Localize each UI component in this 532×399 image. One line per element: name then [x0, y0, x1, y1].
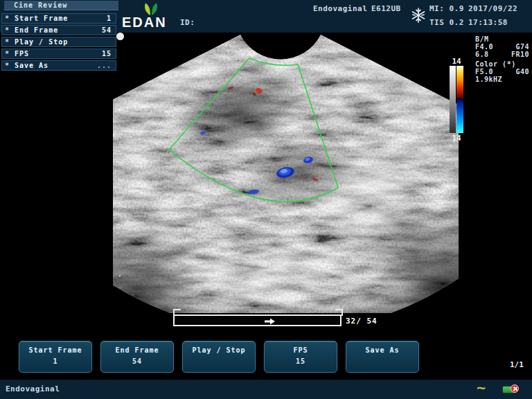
button-value: 15 — [265, 357, 337, 365]
menu-bullet: * — [2, 62, 15, 69]
button-value: 1 — [19, 357, 91, 365]
menu-item-value: 15 — [102, 50, 116, 57]
focus-position-marker: -> — [114, 104, 123, 111]
start-frame-button[interactable]: Start Frame 1 — [19, 341, 92, 373]
exam-preset-label: Endovaginal — [313, 4, 367, 13]
time-label: 17:13:58 — [468, 18, 508, 27]
freeze-snowflake-icon — [410, 6, 427, 24]
cine-review-menu: Cine Review * Start Frame 1 * End Frame … — [0, 0, 119, 72]
fps-button[interactable]: FPS 15 — [264, 341, 337, 373]
param-depth: 6.8 — [475, 51, 489, 58]
probe-model-label: E612UB — [371, 4, 401, 13]
menu-item-label: Save As — [15, 62, 97, 69]
button-label: FPS — [265, 346, 337, 354]
button-label: Save As — [346, 346, 418, 354]
edan-logo-text: EDAN — [122, 15, 167, 30]
param-mode-label: B/M — [475, 35, 489, 43]
menu-item-label: Play / Stop — [15, 38, 112, 46]
param-color-mode-label: Color (*) — [475, 60, 516, 68]
imaging-parameters: B/M F4.0G74 6.8FR10 Color (*) F5.0G40 1.… — [475, 35, 529, 83]
menu-item-play-stop[interactable]: * Play / Stop — [1, 37, 116, 47]
menu-bullet: * — [2, 50, 15, 57]
button-label: Start Frame — [19, 346, 91, 354]
battery-missing-badge-icon — [511, 384, 519, 393]
edan-leaf-logo-icon — [141, 1, 161, 17]
cine-progress-slider[interactable] — [173, 314, 342, 326]
frame-counter: 32/ 54 — [346, 317, 378, 326]
scan-fan — [100, 21, 485, 339]
menu-item-label: Start Frame — [15, 15, 107, 22]
menu-bullet: * — [2, 15, 15, 22]
menu-item-fps[interactable]: * FPS 15 — [1, 48, 116, 59]
param-color-gain: G40 — [515, 68, 529, 76]
param-color-frequency: F5.0 — [475, 68, 493, 76]
menu-bullet: * — [2, 38, 15, 46]
menu-item-value: 54 — [102, 26, 116, 34]
battery-status-icon — [502, 384, 521, 394]
param-frame-rate: FR10 — [511, 51, 529, 58]
depth-scale-label: - 5 — [116, 220, 131, 228]
colorbar-top-label: 14 — [447, 57, 466, 66]
mi-value: MI: 0.9 — [429, 4, 464, 13]
menu-item-end-frame[interactable]: * End Frame 54 — [1, 25, 116, 35]
page-indicator: 1/1 — [510, 360, 524, 369]
button-label: Play / Stop — [183, 346, 255, 354]
grayscale-bar — [450, 66, 456, 133]
colorbar-bottom-label: 14 — [447, 134, 466, 143]
menu-item-value: ... — [97, 62, 116, 69]
menu-item-label: FPS — [15, 50, 102, 57]
menu-bullet: * — [2, 26, 15, 34]
doppler-colorbar — [456, 66, 463, 133]
menu-item-start-frame[interactable]: * Start Frame 1 — [1, 13, 116, 24]
status-bar: Endovaginal ~ — [0, 380, 532, 399]
tis-value: TIS 0.2 — [429, 18, 464, 27]
save-as-button[interactable]: Save As — [346, 341, 419, 373]
param-b-frequency: F4.0 — [475, 43, 493, 51]
depth-tick — [119, 142, 121, 143]
param-b-gain: G74 — [515, 43, 529, 51]
menu-item-save-as[interactable]: * Save As ... — [1, 60, 116, 71]
button-label: End Frame — [101, 346, 173, 354]
patient-id-label: ID: — [180, 18, 195, 27]
end-frame-button[interactable]: End Frame 54 — [100, 341, 174, 373]
date-label: 2017/09/22 — [468, 4, 517, 13]
param-prf: 1.9kHZ — [475, 76, 502, 83]
menu-item-value: 1 — [107, 15, 116, 22]
ultrasound-screen: EDAN ID: Endovaginal E612UB MI: 0.9 TIS … — [0, 0, 532, 399]
depth-tick — [119, 187, 121, 188]
menu-title: Cine Review — [4, 1, 118, 10]
play-position-arrow-icon — [265, 318, 276, 325]
button-value: 54 — [101, 357, 173, 365]
probe-orientation-marker-dot — [116, 33, 124, 40]
menu-item-label: End Frame — [15, 26, 102, 34]
play-stop-button[interactable]: Play / Stop — [182, 341, 256, 373]
depth-tick — [119, 275, 121, 276]
status-preset-label: Endovaginal — [6, 384, 60, 393]
ac-power-icon: ~ — [477, 380, 486, 399]
